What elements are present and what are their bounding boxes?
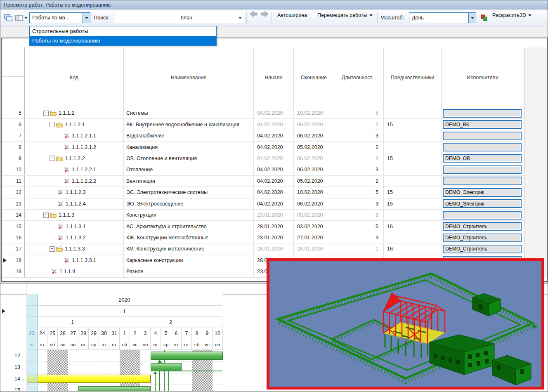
cell-start[interactable]: 04.02.2020 [254, 198, 294, 209]
cell-start[interactable]: 28.01.2020 [254, 221, 294, 231]
cell-start[interactable]: 04.02.2020 [254, 108, 294, 118]
table-row[interactable]: 141.1.1.3Конструкции23.01.202003.02.2020… [2, 210, 547, 221]
collapse-icon[interactable] [50, 156, 55, 161]
executor-box[interactable]: DEMO_ОВ [443, 154, 522, 163]
table-row[interactable]: 81.1.1.2.1.2Канализация04.02.202005.02.2… [2, 142, 547, 153]
plan-combo[interactable]: план [178, 12, 244, 23]
gantt-bar[interactable] [27, 375, 151, 383]
cell-predecessors[interactable] [384, 210, 442, 220]
cell-end[interactable]: 03.02.2020 [294, 210, 334, 220]
row-number[interactable]: 7 [2, 130, 25, 141]
column-header-2[interactable]: Наименование [124, 47, 254, 108]
cell-name[interactable]: ВК. Внутреннее водоснабжение и канализац… [124, 119, 254, 130]
row-number[interactable]: 6 [2, 119, 25, 130]
column-header-3[interactable]: Начало [254, 47, 294, 108]
cell-end[interactable]: 06.02.2020 [294, 130, 334, 141]
cell-end[interactable]: 10.02.2020 [294, 187, 334, 198]
cell-end[interactable]: 06.02.2020 [294, 164, 334, 175]
split-view-button[interactable] [15, 9, 28, 26]
cell-predecessors[interactable]: 15 [384, 187, 442, 198]
cell-code[interactable]: 1.1.1.2.1.2 [25, 142, 124, 152]
back-button[interactable] [249, 9, 258, 19]
cell-duration[interactable]: 2 [334, 176, 384, 187]
cell-code[interactable]: 1.1.1.3.1 [25, 221, 124, 231]
row-number[interactable]: 15 [2, 221, 25, 231]
row-number[interactable]: 9 [2, 153, 25, 164]
cell-predecessors[interactable] [384, 108, 442, 118]
cell-name[interactable]: КМ. Конструкции металлические [124, 243, 254, 254]
cell-predecessors[interactable]: 15 [384, 153, 442, 164]
cell-duration[interactable]: 1 [334, 243, 384, 254]
cell-start[interactable]: 04.02.2020 [254, 153, 294, 164]
cell-executors[interactable] [442, 130, 524, 141]
row-number[interactable]: 5 [2, 108, 25, 118]
cell-name[interactable]: Конструкции [124, 210, 254, 220]
table-row[interactable]: 101.1.1.2.2.1Отопление04.02.202006.02.20… [2, 164, 547, 175]
collapse-icon[interactable] [43, 111, 49, 116]
cell-end[interactable]: 05.02.2020 [294, 142, 334, 152]
cell-executors[interactable]: DEMO_ОВ [442, 153, 524, 164]
cell-start[interactable]: 23.01.2020 [254, 232, 294, 243]
cell-name[interactable]: Вентиляция [124, 176, 254, 187]
cell-name[interactable]: Каркасные конструкции [124, 255, 254, 266]
cell-code[interactable]: 1.1.1.2.4 [25, 198, 124, 209]
scale-combo[interactable]: День [409, 12, 476, 23]
cell-code[interactable]: 1.1.1.2 [25, 108, 124, 118]
column-header-4[interactable]: Окончание [294, 47, 334, 108]
executor-box[interactable]: DEMO_Электрик [443, 199, 522, 208]
cell-predecessors[interactable]: 16 [384, 243, 442, 254]
executor-box[interactable]: DEMO_Электрик [443, 188, 522, 197]
table-row[interactable]: 151.1.1.3.1АС. Архитектура и строительст… [2, 221, 547, 232]
executor-box[interactable] [443, 177, 522, 185]
row-number[interactable]: 13 [2, 198, 25, 209]
table-row[interactable]: 71.1.1.2.1.1Водоснабжение04.02.202006.02… [2, 130, 547, 142]
cell-executors[interactable]: DEMO_Строитель [442, 243, 524, 254]
executor-box[interactable] [443, 211, 522, 220]
table-row[interactable]: 61.1.1.2.1ВК. Внутреннее водоснабжение и… [2, 119, 547, 130]
cell-duration[interactable]: 3 [334, 119, 384, 130]
column-header-1[interactable]: Код [25, 47, 124, 108]
cell-start[interactable]: 23.01.2020 [254, 210, 294, 220]
cell-end[interactable]: 28.01.2020 [294, 243, 334, 254]
cell-name[interactable]: Водоснабжение [124, 130, 254, 141]
cell-executors[interactable] [442, 108, 524, 118]
cell-name[interactable]: ЭО. Электроосвещение [124, 198, 254, 209]
cell-predecessors[interactable] [384, 176, 442, 187]
cell-executors[interactable]: DEMO_ВК [442, 119, 524, 130]
cell-code[interactable]: 1.1.1.2.1 [25, 119, 124, 130]
column-header-7[interactable]: Исполнители [442, 47, 524, 108]
cell-executors[interactable] [442, 176, 524, 187]
table-row[interactable]: 111.1.1.2.2.2Вентиляция04.02.202005.02.2… [2, 176, 547, 187]
cell-duration[interactable]: 3 [334, 130, 384, 141]
row-number[interactable]: 12 [2, 187, 25, 198]
row-number[interactable]: 18 [2, 255, 25, 266]
collapse-icon[interactable] [50, 122, 55, 127]
table-row[interactable]: 121.1.1.2.3ЭС. Электротехнические систем… [2, 187, 547, 198]
cell-end[interactable]: 10.02.2020 [294, 108, 334, 118]
colorize3d-button[interactable]: Раскрасить3D [489, 9, 535, 21]
cell-code[interactable]: 1.1.1.4 [25, 266, 124, 277]
executor-box[interactable] [443, 132, 522, 140]
cell-name[interactable]: Отопление [124, 164, 254, 175]
dropdown-item[interactable]: Строительные работы [30, 26, 216, 36]
cell-duration[interactable]: 8 [334, 210, 384, 220]
work-view-combo[interactable]: Работы по мо... [29, 12, 90, 23]
cell-predecessors[interactable]: 15 [384, 198, 442, 209]
cell-end[interactable]: 06.02.2020 [294, 198, 334, 209]
cell-executors[interactable]: DEMO_Строитель [442, 221, 524, 231]
row-number[interactable]: 8 [2, 142, 25, 152]
table-row[interactable]: 91.1.1.2.2ОВ. Отопление и вентиляция04.0… [2, 153, 547, 164]
model-3d-viewport[interactable] [267, 258, 544, 390]
cell-name[interactable]: ОВ. Отопление и вентиляция [124, 153, 254, 164]
executor-box[interactable]: DEMO_ВК [443, 120, 522, 129]
cell-end[interactable]: 05.02.2020 [294, 176, 334, 187]
table-row[interactable]: 131.1.1.2.4ЭО. Электроосвещение04.02.202… [2, 198, 547, 210]
cell-code[interactable]: 1.1.1.2.1.1 [25, 130, 124, 141]
cell-duration[interactable]: 5 [334, 221, 384, 231]
dropdown-item[interactable]: Работы по моделированию [30, 36, 216, 45]
cell-executors[interactable]: DEMO_Электрик [442, 187, 524, 198]
cell-code[interactable]: 1.1.1.2.2.2 [25, 176, 124, 187]
cell-start[interactable]: 04.02.2020 [254, 119, 294, 130]
cell-code[interactable]: 1.1.1.2.3 [25, 187, 124, 198]
executor-box[interactable] [443, 143, 522, 151]
